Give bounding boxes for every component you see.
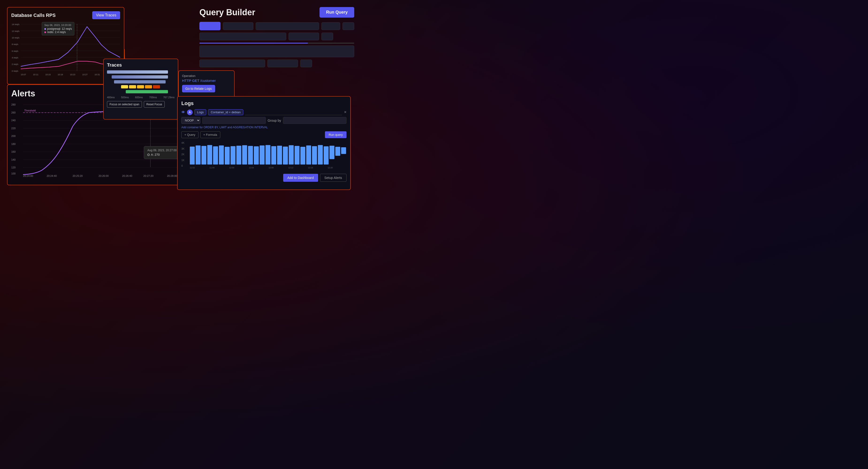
setup-alerts-button[interactable]: Setup Alerts [320,174,347,182]
svg-text:12:16: 12:16 [308,166,313,169]
add-formula-button[interactable]: + Formula [200,131,220,138]
svg-text:100: 100 [11,173,16,175]
svg-rect-71 [289,145,294,164]
svg-text:20:26:40: 20:26:40 [122,175,132,177]
svg-rect-72 [294,146,300,164]
svg-text:20:27:20: 20:27:20 [143,175,153,177]
svg-text:180: 180 [11,143,16,146]
qb-row-3 [199,60,354,67]
qb-row-2 [199,33,354,40]
qb-input-10[interactable] [300,60,312,67]
trace-bar-row-3 [107,80,175,84]
svg-text:20:24:00: 20:24:00 [23,175,33,177]
svg-rect-67 [266,145,271,164]
traces-card: Traces 400ms 500ms [103,59,178,120]
svg-text:10:31: 10:31 [95,73,100,76]
svg-rect-65 [254,146,259,164]
svg-text:10:11: 10:11 [33,73,38,76]
svg-text:11:52: 11:52 [190,166,195,169]
add-to-dashboard-button[interactable]: Add to Dashboard [283,174,318,182]
qb-header: Query Builder Run Query [199,7,354,18]
qb-slider[interactable] [199,43,354,43]
bar-chart-svg-wrap: 11:52 11:56 12:00 12:04 12:08 12:12 12:1… [190,142,346,172]
svg-text:20:28:00: 20:28:00 [167,175,177,177]
svg-rect-77 [324,146,329,164]
svg-text:2 req/s: 2 req/s [12,63,18,65]
noop-select[interactable]: NOOP [181,117,200,124]
focus-selected-span-button[interactable]: Focus on selected span [107,101,142,107]
svg-text:6 req/s: 6 req/s [12,50,18,52]
reset-focus-button[interactable]: Reset Focus [144,101,165,107]
svg-text:10:19: 10:19 [58,73,63,76]
view-traces-button[interactable]: View Traces [92,11,120,19]
eye-icon: 👁 [181,110,185,115]
qb-input-5[interactable] [199,33,286,40]
svg-text:160: 160 [11,151,16,153]
trace-bar-row-1 [107,70,175,74]
traces-title: Traces [107,62,175,68]
tooltip-date: Sep 06, 2023, 10:20:00 [44,24,72,27]
add-query-button[interactable]: + Query [181,131,198,138]
svg-rect-79 [335,147,340,156]
svg-text:20:24:40: 20:24:40 [47,175,57,177]
qb-input-8[interactable] [199,60,265,67]
svg-rect-68 [271,146,276,164]
filter-container-tag[interactable]: Container_id = debian [208,109,243,115]
logs-add-hint: Add container for ORDER BY, LIMIT and AG… [181,126,346,129]
svg-rect-55 [196,146,200,164]
filter-logs-tag[interactable]: Logs [194,109,206,115]
svg-rect-69 [277,146,282,164]
db-card-title: Database Calls RPS [11,13,56,18]
svg-rect-70 [283,147,288,164]
run-query-small-button[interactable]: Run query [325,131,346,138]
svg-rect-58 [213,146,218,164]
svg-text:Threshold: Threshold [24,109,36,112]
chart-y-labels: 4K 3K 2K 1K 0 [181,142,188,167]
svg-text:20:25:20: 20:25:20 [72,175,83,177]
logs-title: Logs [181,100,346,106]
qb-row-1 [199,22,354,30]
filter-close-icon[interactable]: × [344,110,346,115]
svg-text:12:20: 12:20 [328,166,333,169]
time-axis: 400ms 500ms 600ms 700ms 767.29ms [107,96,175,99]
qb-slider-row [199,43,354,43]
qb-input-4[interactable] [342,22,354,30]
run-query-main-button[interactable]: Run Query [319,7,354,18]
trace-buttons: Focus on selected span Reset Focus [107,101,175,107]
qb-pill-1 [199,22,220,30]
svg-text:12 req/s: 12 req/s [12,30,20,32]
qb-input-7[interactable] [321,33,333,40]
qb-text-area [199,45,354,57]
svg-rect-61 [230,146,236,164]
svg-text:12:12: 12:12 [288,166,293,169]
filter-badge-a: A [187,110,193,115]
svg-rect-78 [329,146,334,159]
alert-tooltip-date: Aug 09, 2023, 20:27:00 [147,149,177,152]
trace-bar-row-4 [107,85,175,89]
svg-text:240: 240 [11,119,16,122]
qb-input-2[interactable] [256,22,319,30]
logs-query-row: NOOP Group by [181,117,346,124]
svg-text:10:27: 10:27 [82,73,88,76]
qb-input-1[interactable] [223,22,253,30]
svg-rect-63 [242,145,247,164]
alert-tooltip: Aug 09, 2023, 20:27:00 A: 270 [144,146,180,159]
svg-text:12:04: 12:04 [249,166,254,169]
svg-text:11:56: 11:56 [210,166,215,169]
qb-input-6[interactable] [288,33,319,40]
logs-bar-chart-svg: 11:52 11:56 12:00 12:04 12:08 12:12 12:1… [190,142,346,172]
logs-footer: Add to Dashboard Setup Alerts [181,174,346,182]
svg-rect-73 [300,147,305,164]
logs-bar-chart-area: 4K 3K 2K 1K 0 [181,142,346,172]
svg-text:280: 280 [11,103,16,106]
aggregate-attribute-input[interactable] [202,117,266,124]
svg-text:140: 140 [11,158,16,161]
filter-search-input[interactable] [245,110,342,115]
svg-text:10:07: 10:07 [21,73,26,76]
qb-input-3[interactable] [321,22,340,30]
qb-input-9[interactable] [268,60,298,67]
svg-rect-64 [248,146,253,164]
svg-text:10 req/s: 10 req/s [12,36,20,39]
group-by-input[interactable] [283,117,346,124]
qb-title: Query Builder [199,7,255,18]
